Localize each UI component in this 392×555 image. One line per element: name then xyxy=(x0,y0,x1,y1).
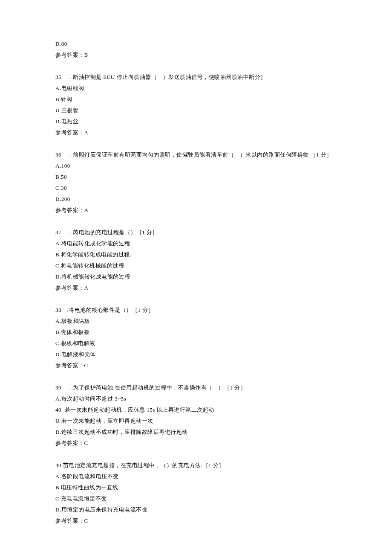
option-b: B.将化学能转化成电能的过程. xyxy=(55,249,345,260)
answer-line: 参考答案：A xyxy=(55,205,345,216)
question-text: ．前照灯应保证车前有明亮而均匀的照明，使驾驶员能看清车前（ ）米以内的路面任何障… xyxy=(67,151,332,158)
question-number: 39 xyxy=(55,384,61,391)
question-37: 37 ．芮电池的充电过程是（）［1 分］ A.将电能转化成化学能的过程 B.将化… xyxy=(55,227,345,293)
question-number: 37 xyxy=(55,229,61,235)
question-text: ．断油控制是 ECU 停止向喷油器（ ）发送喷油信号，使喷油器喷油中断分］ xyxy=(67,74,266,80)
prelude-line: D.80 xyxy=(55,38,345,49)
option-c: C.30 xyxy=(55,183,345,194)
option-c: C.极板和电解液 xyxy=(55,338,345,349)
option-c: U 三极管 xyxy=(55,105,345,116)
option-b: B.针阀 xyxy=(55,94,345,105)
option-d: D.电热丝 xyxy=(55,116,345,127)
option-b: 40 若一次未能起动起动机，应休息 15s 以上再进行第二次起动 xyxy=(55,404,345,416)
option-d: D.用恒定的电压来保持充电电流不变 xyxy=(55,504,345,515)
option-c: U 若一次未能起动，应立即再起动一次 xyxy=(55,416,345,427)
option-c: C·充电电流恒定不变 xyxy=(55,493,345,504)
option-a: A.各阶段电流和电压不变 xyxy=(55,471,345,482)
answer-line: 参考答案：A xyxy=(55,127,345,138)
option-b: B.50 xyxy=(55,171,345,183)
option-a: A.每次起动时间不超过 3~5s xyxy=(55,393,345,404)
option-b: B.电压特性曲线为一直线 xyxy=(55,482,345,493)
question-38: 38 .将电池的核心部件是（）［1 分］ A.极板和隔板 B.壳体和极板 C.极… xyxy=(55,305,345,371)
question-39: 39 ．为了保护芮电池.在使用起动机的过程中，不当操作有（ ）［1 分］ A.每… xyxy=(55,382,345,449)
option-c: C.将电能转化机械能的过程 xyxy=(55,260,345,271)
question-text: ．为了保护芮电池.在使用起动机的过程中，不当操作有（ ）［1 分］ xyxy=(67,384,246,391)
option-d: D.200 xyxy=(55,194,345,205)
question-stem: 40.苗电池定流充电是指，在充电过程中，（）的充电方法.［1 分］ xyxy=(55,460,345,471)
question-stem: 35 ．断油控制是 ECU 停止向喷油器（ ）发送喷油信号，使喷油器喷油中断分］ xyxy=(55,72,345,83)
option-a: A.极板和隔板 xyxy=(55,316,345,327)
question-text: .将电池的核心部件是（）［1 分］ xyxy=(67,307,154,313)
answer-line: 参考答案：C xyxy=(55,438,345,449)
option-b: B.壳体和极板 xyxy=(55,327,345,338)
question-number: 35 xyxy=(55,74,61,80)
option-d: D.连续三次起动不成功时，应排除故障后再进行起动 xyxy=(55,427,345,438)
question-stem: 37 ．芮电池的充电过程是（）［1 分］ xyxy=(55,227,345,238)
option-a: A.100 xyxy=(55,160,345,171)
question-36: 36 ．前照灯应保证车前有明亮而均匀的照明，使驾驶员能看清车前（ ）米以内的路面… xyxy=(55,149,345,216)
option-a: A.电磁线阀 xyxy=(55,83,345,94)
question-stem: 36 ．前照灯应保证车前有明亮而均匀的照明，使驾驶员能看清车前（ ）米以内的路面… xyxy=(55,149,345,160)
question-number: 38 xyxy=(55,307,61,313)
option-d: D.电解液和壳体 xyxy=(55,349,345,360)
answer-line: 参考答案：C xyxy=(55,360,345,371)
question-stem: 39 ．为了保护芮电池.在使用起动机的过程中，不当操作有（ ）［1 分］ xyxy=(55,382,345,393)
option-a: A.将电能转化成化学能的过程 xyxy=(55,238,345,249)
answer-line: 参考答案：C xyxy=(55,515,345,526)
question-35: 35 ．断油控制是 ECU 停止向喷油器（ ）发送喷油信号，使喷油器喷油中断分］… xyxy=(55,72,345,138)
answer-line: 参考答案：A xyxy=(55,282,345,293)
option-d: D.将机械能转化成电能的过程 xyxy=(55,271,345,282)
question-text: ．芮电池的充电过程是（）［1 分］ xyxy=(67,229,158,235)
question-number: 36 xyxy=(55,151,61,158)
prelude-block: D.80 参考答案：B xyxy=(55,38,345,61)
question-40: 40.苗电池定流充电是指，在充电过程中，（）的充电方法.［1 分］ A.各阶段电… xyxy=(55,460,345,526)
prelude-answer: 参考答案：B xyxy=(55,49,345,61)
question-stem: 38 .将电池的核心部件是（）［1 分］ xyxy=(55,305,345,316)
